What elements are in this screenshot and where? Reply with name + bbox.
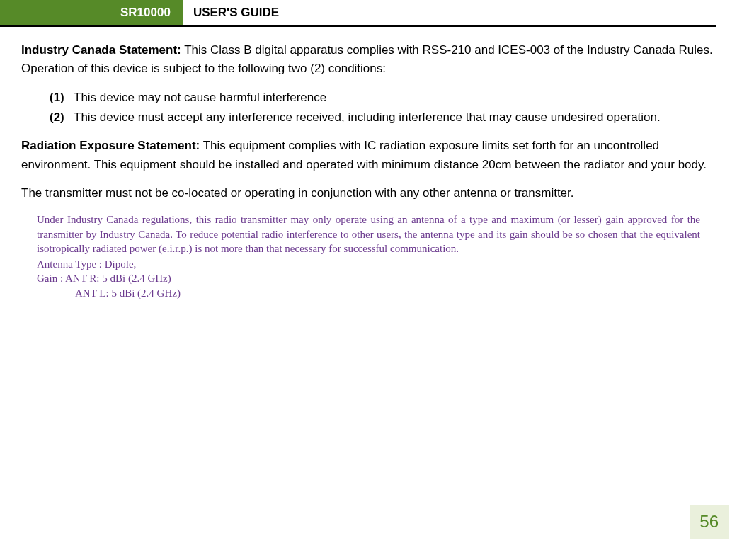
radiation-heading: Radiation Exposure Statement: <box>21 139 200 152</box>
antenna-gain-r: Gain : ANT R: 5 dBi (2.4 GHz) <box>37 271 700 285</box>
list-item: (1) This device may not cause harmful in… <box>50 88 716 107</box>
radiation-exposure-statement: Radiation Exposure Statement: This equip… <box>21 137 716 174</box>
industry-canada-heading: Industry Canada Statement: <box>21 43 181 57</box>
list-number-2: (2) <box>50 108 74 127</box>
page-number: 56 <box>690 505 729 539</box>
transmitter-statement: The transmitter must not be co-located o… <box>21 184 716 202</box>
list-item: (2) This device must accept any interfer… <box>50 108 716 127</box>
regulatory-text: Under Industry Canada regulations, this … <box>37 212 700 256</box>
list-text-2: This device must accept any interference… <box>74 108 716 127</box>
antenna-gain-l: ANT L: 5 dBi (2.4 GHz) <box>37 286 700 300</box>
regulatory-box: Under Industry Canada regulations, this … <box>37 212 700 300</box>
document-header: SR10000 USER'S GUIDE <box>0 0 716 27</box>
conditions-list: (1) This device may not cause harmful in… <box>21 88 716 127</box>
header-title: USER'S GUIDE <box>183 0 279 25</box>
header-model-tab: SR10000 <box>0 0 183 25</box>
content-area: Industry Canada Statement: This Class B … <box>0 41 737 300</box>
antenna-type: Antenna Type : Dipole, <box>37 257 700 271</box>
list-text-1: This device may not cause harmful interf… <box>74 88 716 107</box>
list-number-1: (1) <box>50 88 74 107</box>
industry-canada-statement: Industry Canada Statement: This Class B … <box>21 41 716 79</box>
